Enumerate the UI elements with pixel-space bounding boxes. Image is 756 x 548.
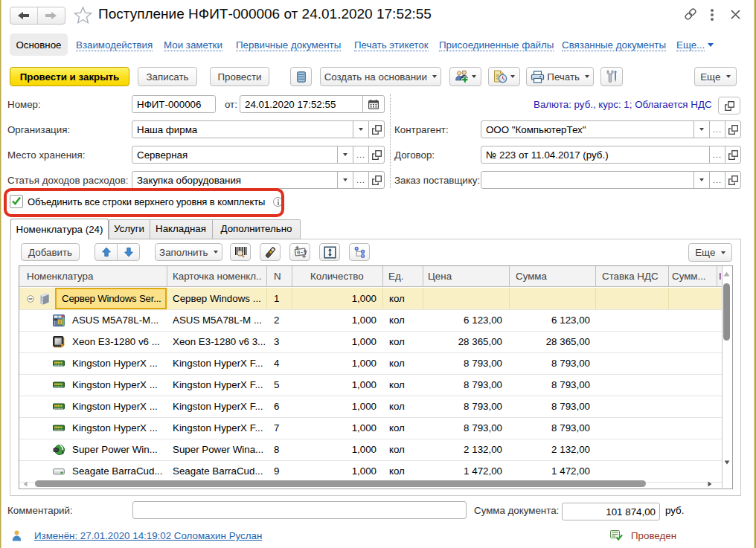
svg-text:0-9: 0-9 [296, 249, 307, 257]
